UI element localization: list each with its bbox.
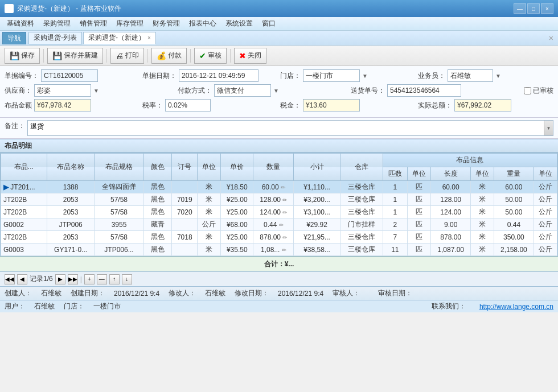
toolbar-divider-4 [190, 49, 191, 63]
menu-inventory[interactable]: 库存管理 [112, 18, 148, 30]
amount-input[interactable] [34, 99, 91, 112]
shipno-input[interactable] [387, 84, 461, 97]
edit-icon[interactable]: ✏ [282, 234, 287, 241]
page-up-button[interactable]: ↑ [109, 274, 120, 284]
page-next-button[interactable]: ▶ [55, 274, 65, 284]
cell-unit: 公斤 [198, 218, 221, 231]
cell-qty: 878.00 ✏ [253, 231, 294, 244]
th-order: 订号 [172, 154, 198, 181]
th-punit: 单位 [408, 167, 431, 181]
cell-price: ¥18.50 [221, 181, 253, 193]
cell-spec: 3955 [95, 218, 143, 231]
edit-icon[interactable]: ✏ [282, 247, 286, 253]
menu-settings[interactable]: 系统设置 [221, 18, 257, 30]
field-store: 门店： ▼ [280, 69, 416, 82]
cell-pieces: 7 [383, 231, 408, 244]
edit-icon[interactable]: ✏ [282, 197, 287, 203]
maximize-button[interactable]: □ [527, 3, 540, 14]
table-row[interactable]: ▶ JT201... 1388 全锦四面弹 黑色 米 ¥18.50 60.00 … [1, 181, 557, 193]
th-length: 长度 [431, 167, 471, 181]
taxrate-input[interactable] [165, 99, 211, 112]
audited-area: 已审核 [524, 86, 553, 96]
close-window-button[interactable]: × [541, 3, 553, 14]
cell-color: 黑色 [143, 193, 172, 206]
th-spec: 布品规格 [95, 154, 143, 181]
save-button[interactable]: 💾 保存 [5, 48, 40, 64]
cell-unit: 米 [198, 193, 221, 206]
toolbar-divider-1 [43, 49, 44, 63]
store-input[interactable] [303, 69, 360, 82]
page-down-button[interactable]: ↓ [122, 274, 132, 284]
edit-icon[interactable]: ✏ [279, 222, 284, 228]
menu-purchase[interactable]: 采购管理 [39, 18, 75, 30]
cell-spec: 57/58 [95, 231, 143, 244]
cell-wunit: 公斤 [534, 244, 557, 256]
th-weight: 重量 [494, 167, 534, 181]
table-row[interactable]: G0002 JTP006 3955 藏青 公斤 ¥68.00 0.44 ✏ ¥2… [1, 218, 557, 231]
footer-right: 联系我们： http://www.lange.com.cn [432, 302, 553, 311]
print-button[interactable]: 🖨 打印 [110, 48, 144, 64]
menu-report[interactable]: 报表中心 [184, 18, 221, 30]
cell-lunit: 米 [470, 206, 494, 218]
cell-fabricname: 1388 [47, 181, 95, 193]
cell-fabricname: JTP006 [47, 218, 95, 231]
actualtotal-input[interactable] [454, 99, 511, 112]
table-row[interactable]: JT202B 2053 57/58 黑色 7018 米 ¥25.00 878.0… [1, 231, 557, 244]
close-button[interactable]: ✖ 关闭 [234, 48, 266, 64]
page-first-button[interactable]: ◀◀ [5, 274, 15, 284]
cell-weight: 50.00 [494, 193, 534, 206]
page-prev-button[interactable]: ◀ [17, 274, 27, 284]
table-row[interactable]: JT202B 2053 57/58 黑色 7020 米 ¥25.00 124.0… [1, 206, 557, 218]
edit-icon[interactable]: ✏ [281, 184, 285, 191]
audit-button[interactable]: ✔ 审核 [194, 48, 227, 64]
tab-list[interactable]: 采购退货-列表 [28, 32, 82, 44]
menu-window[interactable]: 窗口 [257, 18, 280, 30]
tax-input[interactable] [303, 99, 360, 112]
save-new-button[interactable]: 💾 保存并新建 [47, 48, 103, 64]
docdate-input[interactable] [179, 69, 259, 82]
store-arrow-icon: ▼ [362, 73, 368, 79]
tab-close-icon[interactable]: × [147, 35, 151, 41]
cell-subtotal: ¥1,110... [294, 181, 340, 193]
page-last-button[interactable]: ▶▶ [68, 274, 78, 284]
audited-checkbox[interactable] [524, 87, 531, 94]
table-row[interactable]: G0003 GY171-0... JTP006... 黑色 米 ¥35.50 1… [1, 244, 557, 256]
payment-button[interactable]: 💰 付款 [151, 48, 187, 64]
page-add-button[interactable]: + [84, 274, 95, 284]
close-all-icon[interactable]: × [549, 34, 556, 43]
supplier-input[interactable] [34, 84, 91, 97]
remark-field[interactable]: 退货 ▼ [27, 120, 553, 136]
cell-wunit: 公斤 [534, 206, 557, 218]
staff-input[interactable] [448, 69, 493, 82]
minimize-button[interactable]: — [514, 3, 526, 14]
cell-weight: 60.00 [494, 181, 534, 193]
menu-basic[interactable]: 基础资料 [2, 18, 39, 30]
th-fabric-no: 布品... [1, 154, 47, 181]
footer-contact-link[interactable]: http://www.lange.com.cn [479, 303, 553, 311]
cell-lunit: 米 [470, 181, 494, 193]
tax-label: 税金： [280, 101, 301, 110]
supplier-arrow-icon: ▼ [93, 88, 99, 94]
menu-sales[interactable]: 销售管理 [75, 18, 112, 30]
table-row[interactable]: JT202B 2053 57/58 黑色 7019 米 ¥25.00 128.0… [1, 193, 557, 206]
nav-button[interactable]: 导航 [2, 32, 26, 44]
cell-color: 黑色 [143, 181, 172, 193]
window-controls[interactable]: — □ × [514, 3, 553, 14]
page-remove-button[interactable]: — [97, 274, 107, 284]
audit-icon: ✔ [199, 51, 206, 60]
menu-finance[interactable]: 财务管理 [148, 18, 184, 30]
save-label: 保存 [21, 51, 35, 60]
cell-subtotal: ¥21,95... [294, 231, 340, 244]
footer: 用户： 石维敏 门店： 一楼门市 联系我们： http://www.lange.… [0, 300, 558, 312]
total-row: 合计：¥... [0, 257, 558, 271]
docno-input[interactable]: CT16120005 [41, 69, 98, 82]
paymethod-input[interactable] [214, 84, 271, 97]
cell-order: 7020 [172, 206, 198, 218]
cell-length: 878.00 [431, 231, 471, 244]
print-label: 打印 [125, 51, 139, 60]
form-row-3: 布品金额 税率： 税金： 实际总额： [5, 99, 553, 112]
tab-new[interactable]: 采购退货-（新建） × [83, 32, 156, 44]
th-qty: 数量 [253, 154, 294, 181]
edit-icon[interactable]: ✏ [282, 209, 287, 216]
remark-scrollbar[interactable]: ▼ [544, 121, 553, 135]
